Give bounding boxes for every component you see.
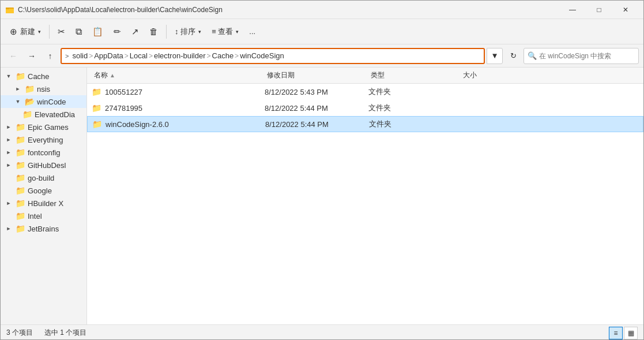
col-header-type[interactable]: 类型 [368,70,461,80]
sidebar-label-hbuilderx: HBuilder X [28,199,63,208]
sidebar-item-epicgames[interactable]: ► 📁 Epic Games [1,121,86,133]
file-row-1[interactable]: 📁 274781995 8/12/2022 5:44 PM 文件夹 [87,100,643,116]
sidebar-label-gobuild: go-build [28,174,54,182]
sidebar-item-jetbrains[interactable]: ► 📁 JetBrains [1,222,86,235]
sidebar-label-nsis: nsis [37,85,50,94]
sort-label: ↕ 排序 [175,27,195,37]
breadcrumb-solid[interactable]: solid [72,51,88,60]
sidebar-item-wincode[interactable]: ▼ 📂 winCode [1,95,86,108]
delete-button[interactable]: 🗑 [145,22,163,42]
sidebar-label-elevateddia: ElevatedDia [35,110,75,119]
expand-icon-githubdesl: ► [4,160,13,170]
close-button[interactable]: ✕ [612,1,639,19]
sidebar-label-epicgames: Epic Games [28,123,69,132]
expand-icon-epicgames: ► [4,122,13,132]
breadcrumb-local[interactable]: Local [130,51,148,60]
col-header-size[interactable]: 大小 [461,70,530,80]
folder-icon-epicgames: 📁 [16,122,25,132]
sidebar: ▼ 📁 Cache ► 📁 nsis ▼ 📂 winCode 📁 Elevate… [1,68,87,324]
forward-button[interactable]: → [24,48,40,64]
sidebar-item-cache[interactable]: ▼ 📁 Cache [1,70,86,83]
address-dropdown-button[interactable]: ▼ [487,48,503,64]
file-list-header: 名称 ▲ 修改日期 类型 大小 [87,68,643,84]
more-button[interactable]: ... [244,22,260,42]
search-input[interactable] [539,52,635,60]
delete-icon: 🗑 [149,27,158,36]
copy-button[interactable]: ⧉ [71,22,86,42]
sidebar-item-google[interactable]: ► 📁 Google [1,184,86,197]
breadcrumb-electron-builder[interactable]: electron-builder [154,51,206,60]
refresh-button[interactable]: ↻ [505,48,521,64]
share-icon: ↗ [131,27,139,37]
breadcrumb-wincodesign[interactable]: winCodeSign [240,51,284,60]
folder-icon-2: 📁 [92,119,102,129]
sidebar-item-fontconfig[interactable]: ► 📁 fontconfig [1,146,86,159]
file-name-0: 📁 100551227 [92,87,265,96]
sidebar-label-fontconfig: fontconfig [28,148,60,157]
share-button[interactable]: ↗ [127,22,144,42]
rename-button[interactable]: ✏ [109,22,126,42]
view-toggle-buttons: ≡ ▦ [609,327,638,339]
folder-icon-hbuilderx: 📁 [16,199,25,208]
breadcrumb-cache[interactable]: Cache [212,51,234,60]
folder-icon-githubdesl: 📁 [16,160,25,170]
folder-icon-0: 📁 [92,87,101,96]
status-bar: 3 个项目 选中 1 个项目 ≡ ▦ [1,324,643,340]
col-name-label: 名称 [94,70,108,80]
sidebar-item-githubdesl[interactable]: ► 📁 GitHubDesl [1,159,86,171]
sort-button[interactable]: ↕ 排序 ▾ [170,22,206,42]
new-button[interactable]: ⊕ 新建 ▾ [5,22,46,42]
folder-icon-intel: 📁 [16,211,25,221]
new-icon: ⊕ [10,27,17,37]
sidebar-item-gobuild[interactable]: ► 📁 go-build [1,171,86,184]
up-button[interactable]: ↑ [42,48,58,64]
svg-rect-2 [6,8,9,9]
status-text: 3 个项目 选中 1 个项目 [6,328,86,338]
folder-icon-google: 📁 [16,186,25,195]
file-list-area: 名称 ▲ 修改日期 类型 大小 📁 100551227 8/12/2022 5:… [87,68,643,324]
file-row-2[interactable]: 📁 winCodeSign-2.6.0 8/12/2022 5:44 PM 文件… [87,116,643,132]
file-date-1: 8/12/2022 5:44 PM [265,104,368,113]
file-date-0: 8/12/2022 5:43 PM [265,88,368,96]
list-view-button[interactable]: ≡ [609,327,623,339]
folder-icon-nsis: 📁 [25,84,35,94]
new-label: 新建 [20,27,35,37]
grid-view-button[interactable]: ▦ [624,327,638,339]
sidebar-item-elevateddia[interactable]: 📁 ElevatedDia [1,108,86,121]
breadcrumb-appdata[interactable]: AppData [94,51,123,60]
maximize-button[interactable]: □ [586,1,612,19]
cut-icon: ✂ [58,27,65,37]
expand-icon-wincode: ▼ [13,97,22,106]
view-label: ≡ 查看 [212,27,233,37]
title-bar: C:\Users\solid\AppData\Local\electron-bu… [1,1,643,19]
sidebar-item-everything[interactable]: ► 📁 Everything [1,133,86,146]
file-list: 📁 100551227 8/12/2022 5:43 PM 文件夹 📁 2747… [87,84,643,324]
expand-icon-fontconfig: ► [4,148,13,157]
view-button[interactable]: ≡ 查看 ▾ [207,22,243,42]
paste-button[interactable]: 📋 [88,22,108,42]
folder-icon-cache: 📁 [16,72,25,81]
file-name-text-2: winCodeSign-2.6.0 [106,120,169,129]
sidebar-item-nsis[interactable]: ► 📁 nsis [1,83,86,95]
col-header-name[interactable]: 名称 ▲ [92,70,265,80]
cut-button[interactable]: ✂ [53,22,70,42]
sort-arrow-icon: ▲ [110,72,115,79]
expand-icon-jetbrains: ► [4,224,13,233]
file-row-0[interactable]: 📁 100551227 8/12/2022 5:43 PM 文件夹 [87,84,643,100]
explorer-icon [5,5,14,14]
folder-icon-everything: 📁 [16,135,25,144]
sidebar-item-hbuilderx[interactable]: ► 📁 HBuilder X [1,197,86,210]
sidebar-item-intel[interactable]: ► 📁 Intel [1,210,86,222]
file-type-1: 文件夹 [368,103,461,113]
sidebar-label-google: Google [28,186,52,195]
file-date-2: 8/12/2022 5:44 PM [265,120,369,129]
col-header-date[interactable]: 修改日期 [265,70,368,80]
svg-rect-1 [6,9,14,13]
minimize-button[interactable]: — [559,1,586,19]
breadcrumb-bar: > solid > AppData > Local > electron-bui… [61,48,485,64]
sidebar-label-jetbrains: JetBrains [28,225,59,233]
expand-icon-hbuilderx: ► [4,199,13,208]
folder-icon-wincode: 📂 [25,97,35,106]
back-button[interactable]: ← [5,48,21,64]
breadcrumb-expand[interactable]: > [65,53,69,59]
